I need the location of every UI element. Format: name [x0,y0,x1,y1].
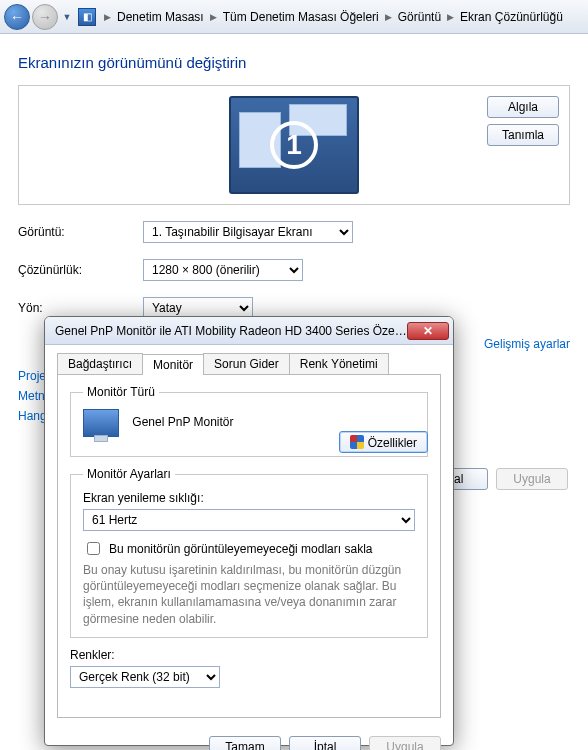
chevron-right-icon: ▶ [208,12,219,22]
apply-button[interactable]: Uygula [369,736,441,750]
page-title: Ekranınızın görünümünü değiştirin [18,54,570,71]
monitor-icon [83,409,119,437]
hide-modes-help-text: Bu onay kutusu işaretinin kaldırılması, … [83,562,415,627]
crumb-display[interactable]: Görüntü [394,10,445,24]
monitor-settings-legend: Monitör Ayarları [83,467,175,481]
chevron-right-icon: ▶ [102,12,113,22]
breadcrumb: ▶ Denetim Masası ▶ Tüm Denetim Masası Öğ… [102,10,567,24]
close-button[interactable]: ✕ [407,322,449,340]
crumb-control-panel[interactable]: Denetim Masası [113,10,208,24]
hide-modes-label: Bu monitörün görüntüleyemeyeceği modları… [109,542,372,556]
arrow-right-icon: → [38,9,52,25]
forward-button[interactable]: → [32,4,58,30]
monitor-type-group: Monitör Türü Genel PnP Monitör Özellikle… [70,385,428,457]
explorer-toolbar: ← → ▼ ◧ ▶ Denetim Masası ▶ Tüm Denetim M… [0,0,588,34]
hide-modes-checkbox-row[interactable]: Bu monitörün görüntüleyemeyeceği modları… [83,539,415,558]
colors-label: Renkler: [70,648,428,662]
link-project[interactable]: Proje [18,369,46,383]
display-number-badge: 1 [270,121,318,169]
label-display: Görüntü: [18,225,143,239]
label-orientation: Yön: [18,301,143,315]
ok-button[interactable]: Tamam [209,736,281,750]
tab-strip: Bağdaştırıcı Monitör Sorun Gider Renk Yö… [45,345,453,374]
properties-button[interactable]: Özellikler [339,431,428,453]
nav-history-dropdown[interactable]: ▼ [60,4,74,30]
monitor-preview-icon[interactable]: 1 [229,96,359,194]
display-select[interactable]: 1. Taşınabilir Bilgisayar Ekranı [143,221,353,243]
uac-shield-icon [350,435,364,449]
crumb-all-items[interactable]: Tüm Denetim Masası Öğeleri [219,10,383,24]
display-preview-panel: Algıla Tanımla 1 [18,85,570,205]
tab-troubleshoot[interactable]: Sorun Gider [203,353,290,374]
refresh-rate-label: Ekran yenileme sıklığı: [83,491,415,505]
advanced-settings-link[interactable]: Gelişmiş ayarlar [484,337,570,351]
dialog-button-row: Tamam İptal Uygula [45,728,453,750]
tab-monitor[interactable]: Monitör [142,354,204,375]
refresh-rate-select[interactable]: 61 Hertz [83,509,415,531]
monitor-name: Genel PnP Monitör [132,415,233,429]
link-hang[interactable]: Hang [18,409,47,423]
chevron-right-icon: ▶ [383,12,394,22]
detect-button[interactable]: Algıla [487,96,559,118]
dialog-title: Genel PnP Monitör ile ATI Mobility Radeo… [55,324,407,338]
hide-modes-checkbox[interactable] [87,542,100,555]
tab-color-management[interactable]: Renk Yönetimi [289,353,389,374]
link-text[interactable]: Metn [18,389,45,403]
tab-adapter[interactable]: Bağdaştırıcı [57,353,143,374]
cancel-button[interactable]: İptal [289,736,361,750]
resolution-select[interactable]: 1280 × 800 (önerilir) [143,259,303,281]
arrow-left-icon: ← [10,9,24,25]
control-panel-icon: ◧ [78,8,96,26]
label-resolution: Çözünürlük: [18,263,143,277]
dialog-titlebar[interactable]: Genel PnP Monitör ile ATI Mobility Radeo… [45,317,453,345]
apply-button-bg[interactable]: Uygula [496,468,568,490]
colors-select[interactable]: Gerçek Renk (32 bit) [70,666,220,688]
chevron-right-icon: ▶ [445,12,456,22]
properties-dialog: Genel PnP Monitör ile ATI Mobility Radeo… [44,316,454,746]
close-icon: ✕ [423,324,433,338]
monitor-settings-group: Monitör Ayarları Ekran yenileme sıklığı:… [70,467,428,638]
crumb-resolution[interactable]: Ekran Çözünürlüğü [456,10,567,24]
back-button[interactable]: ← [4,4,30,30]
monitor-type-legend: Monitör Türü [83,385,159,399]
identify-button[interactable]: Tanımla [487,124,559,146]
tab-panel-monitor: Monitör Türü Genel PnP Monitör Özellikle… [57,374,441,718]
